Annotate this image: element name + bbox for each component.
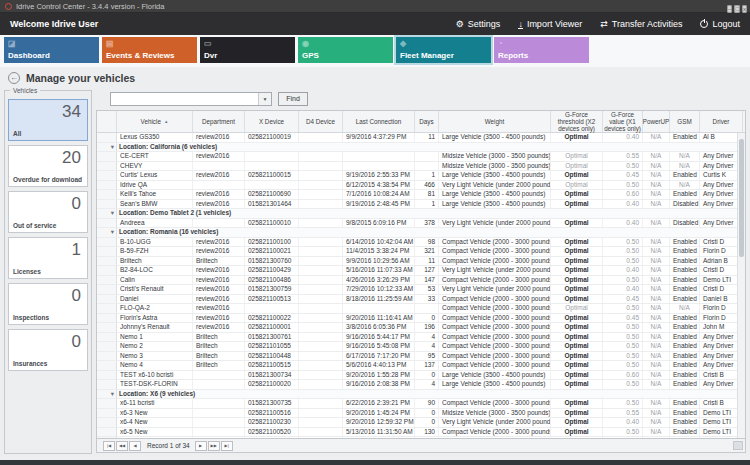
cell-g-force-value-x1-devices-only: 0.50 bbox=[603, 257, 643, 266]
column-header-department[interactable]: Department bbox=[193, 111, 245, 132]
table-row[interactable]: x6-11 bcristi0158213007356/22/2016 2:39:… bbox=[97, 399, 745, 409]
tab-dashboard[interactable]: ◪Dashboard bbox=[4, 37, 99, 63]
table-row[interactable]: TEST x6-10 bcristi0158213007349/20/2016 … bbox=[97, 371, 745, 381]
table-row[interactable]: TEST-DSK-FLORIN0258211000209/16/2016 2:0… bbox=[97, 380, 745, 390]
column-header-vehicle[interactable]: Vehicle▲ bbox=[117, 111, 193, 132]
menu-item-import-viewer[interactable]: ↓Import Viewer bbox=[518, 19, 582, 29]
cell-gsm: Enabled bbox=[670, 238, 700, 247]
column-header-g-force-threshold-x2-devices-only[interactable]: G-Force threshold (X2 devices only) bbox=[551, 111, 603, 132]
column-header-weight[interactable]: Weight bbox=[439, 111, 551, 132]
cell-vehicle: Kelli's Tahoe bbox=[117, 190, 193, 199]
cell-x-device: 025821100429 bbox=[245, 266, 299, 275]
tab-dvr[interactable]: ▭Dvr bbox=[200, 37, 295, 63]
table-row[interactable]: CE-CERTreview2016Midsize Vehicle (3000 -… bbox=[97, 152, 745, 162]
table-row[interactable]: Kelli's Tahoereview20160258211006907/1/2… bbox=[97, 190, 745, 200]
column-header-days[interactable]: Days bbox=[415, 111, 439, 132]
table-row[interactable]: Nemo 3Briltech0258211004486/17/2016 7:17… bbox=[97, 352, 745, 362]
column-header-g-force-value-x1-devices-only[interactable]: G-Force value (X1 devices only) bbox=[603, 111, 643, 132]
vertical-scrollbar[interactable] bbox=[737, 133, 745, 438]
collapse-icon[interactable]: ▾ bbox=[97, 228, 117, 237]
vehicle-filter-card-inspections[interactable]: 0Inspections bbox=[8, 283, 88, 325]
search-input[interactable] bbox=[111, 93, 258, 105]
cell-vehicle: FLO-QA-2 bbox=[117, 304, 193, 313]
group-row-location-romania-16-vehicles[interactable]: ▾Location: Romania (16 vehicles) bbox=[97, 228, 745, 238]
table-row[interactable]: Sean's BMWreview20160158213014649/19/201… bbox=[97, 200, 745, 210]
table-row[interactable]: Andreea0258211000109/8/2015 6:09:16 PM37… bbox=[97, 219, 745, 229]
nav-next-button-2[interactable]: ▶| bbox=[221, 441, 233, 451]
nav-prev-button-0[interactable]: |◀ bbox=[103, 441, 115, 451]
tab-reports[interactable]: ◔Reports bbox=[494, 37, 589, 63]
nav-prev-button-2[interactable]: ◀ bbox=[129, 441, 141, 451]
table-row[interactable]: Curtis' Lexusreview20160258211000159/19/… bbox=[97, 171, 745, 181]
chevron-down-icon[interactable]: ▼ bbox=[258, 93, 271, 105]
column-header-gsm[interactable]: GSM bbox=[670, 111, 700, 132]
scrollbar-thumb[interactable] bbox=[739, 139, 744, 257]
tab-fleet-manager[interactable]: ◆Fleet Manager bbox=[396, 37, 491, 63]
table-row[interactable]: Calinreview20160258211004864/26/2016 3:2… bbox=[97, 276, 745, 286]
menu-item-transfer-activities[interactable]: ⇄Transfer Activities bbox=[600, 19, 682, 29]
column-header-x-device[interactable]: X Device bbox=[245, 111, 299, 132]
table-row[interactable]: Idrive QA6/12/2015 4:38:54 PM466Very Lig… bbox=[97, 181, 745, 191]
table-row[interactable]: Nemo 1Briltech0158213007619/16/2016 5:44… bbox=[97, 333, 745, 343]
cell-gsm: Enabled bbox=[670, 190, 700, 199]
card-label: Insurances bbox=[13, 360, 47, 367]
back-icon[interactable]: ← bbox=[8, 72, 20, 84]
cell-department bbox=[193, 418, 245, 427]
table-row[interactable]: Cristi's Renaultreview20160158213007597/… bbox=[97, 285, 745, 295]
tab-events-reviews[interactable]: ▤Events & Reviews bbox=[102, 37, 197, 63]
table-row[interactable]: CHEVYMidsize Vehicle (3000 - 3500 pounds… bbox=[97, 162, 745, 172]
find-button[interactable]: Find bbox=[278, 92, 308, 106]
table-row[interactable]: x6-4 New0258211002309/20/2016 12:59:32 P… bbox=[97, 418, 745, 428]
cell-d4-device bbox=[299, 171, 343, 180]
menu-item-logout[interactable]: Logout bbox=[700, 19, 740, 29]
group-row-location-demo-tablet-2-1-vehicles[interactable]: ▾Location: Demo Tablet 2 (1 vehicles) bbox=[97, 209, 745, 219]
cell-powerup: N/A bbox=[643, 428, 670, 437]
cell-g-force-threshold-x2-devices-only: Optimal bbox=[551, 352, 603, 361]
group-row-location-x6-9-vehicles[interactable]: ▾Location: X6 (9 vehicles) bbox=[97, 390, 745, 400]
cell-g-force-value-x1-devices-only: 0.45 bbox=[603, 171, 643, 180]
nav-next-button-0[interactable]: ▶ bbox=[195, 441, 207, 451]
vehicle-filter-card-insurances[interactable]: 0Insurances bbox=[8, 329, 88, 371]
nav-next-button-1[interactable]: ▶▶ bbox=[208, 441, 220, 451]
column-header-last-connection[interactable]: Last Connection bbox=[343, 111, 415, 132]
vehicle-filter-card-licenses[interactable]: 1Licenses bbox=[8, 237, 88, 279]
cell-gsm: Enabled bbox=[670, 276, 700, 285]
minimize-button[interactable]: – bbox=[727, 5, 732, 13]
cell-g-force-value-x1-devices-only: 0.40 bbox=[603, 200, 643, 209]
vehicle-filter-card-out-of-service[interactable]: 0Out of service bbox=[8, 191, 88, 233]
table-row[interactable]: Danielreview20160258211005138/18/2016 11… bbox=[97, 295, 745, 305]
table-row[interactable]: BriltechBriltech0158213007609/9/2016 10:… bbox=[97, 257, 745, 267]
close-button[interactable]: x bbox=[742, 5, 747, 13]
gps-icon: ◉ bbox=[302, 39, 309, 48]
collapse-icon[interactable]: ▾ bbox=[97, 390, 117, 399]
table-row[interactable]: Florin's Astrareview20160258211000229/20… bbox=[97, 314, 745, 324]
table-row[interactable]: x6-5 New0258211005205/13/2016 11:31:50 A… bbox=[97, 428, 745, 438]
cell-vehicle: B-10-UGG bbox=[117, 238, 193, 247]
cell-g-force-value-x1-devices-only: 0.50 bbox=[603, 238, 643, 247]
collapse-icon[interactable]: ▾ bbox=[97, 209, 117, 218]
tab-gps[interactable]: ◉GPS bbox=[298, 37, 393, 63]
table-row[interactable]: B2-84-LOCreview20160258211004295/16/2016… bbox=[97, 266, 745, 276]
collapse-icon[interactable]: ▾ bbox=[97, 143, 117, 152]
maximize-button[interactable]: □ bbox=[734, 5, 740, 13]
row-indicator bbox=[97, 200, 117, 209]
table-row[interactable]: Lexus GS350review20160258211000199/9/201… bbox=[97, 133, 745, 143]
horizontal-scrollbar[interactable] bbox=[733, 441, 743, 450]
vehicle-filter-card-all[interactable]: 34All bbox=[8, 99, 88, 141]
table-row[interactable]: Nemo 2Briltech0258211010559/16/2016 5:45… bbox=[97, 342, 745, 352]
tab-strip: ◪Dashboard▤Events & Reviews▭Dvr◉GPS◆Flee… bbox=[0, 35, 750, 67]
column-header-driver[interactable]: Driver bbox=[700, 111, 743, 132]
cell-vehicle: Nemo 2 bbox=[117, 342, 193, 351]
table-row[interactable]: B-59-FZHreview201602582110002111/4/2015 … bbox=[97, 247, 745, 257]
column-header-powerup[interactable]: PowerUP bbox=[643, 111, 670, 132]
group-row-location-california-6-vehicles[interactable]: ▾Location: California (6 vehicles) bbox=[97, 143, 745, 153]
table-row[interactable]: Nemo 4Briltech0258211005155/6/2016 4:40:… bbox=[97, 361, 745, 371]
table-row[interactable]: x6-3 New0258211005169/20/2016 1:45:24 PM… bbox=[97, 409, 745, 419]
vehicle-filter-card-overdue-for-download[interactable]: 20Overdue for download bbox=[8, 145, 88, 187]
column-header-d4-device[interactable]: D4 Device bbox=[299, 111, 343, 132]
menu-item-settings[interactable]: ⚙Settings bbox=[456, 19, 501, 29]
table-row[interactable]: FLO-QA-2review2016Compact Vehicle (2000 … bbox=[97, 304, 745, 314]
nav-prev-button-1[interactable]: ◀◀ bbox=[116, 441, 128, 451]
table-row[interactable]: B-10-UGGreview20160258211001006/14/2016 … bbox=[97, 238, 745, 248]
table-row[interactable]: Johnny's Renaultreview20160258211000013/… bbox=[97, 323, 745, 333]
